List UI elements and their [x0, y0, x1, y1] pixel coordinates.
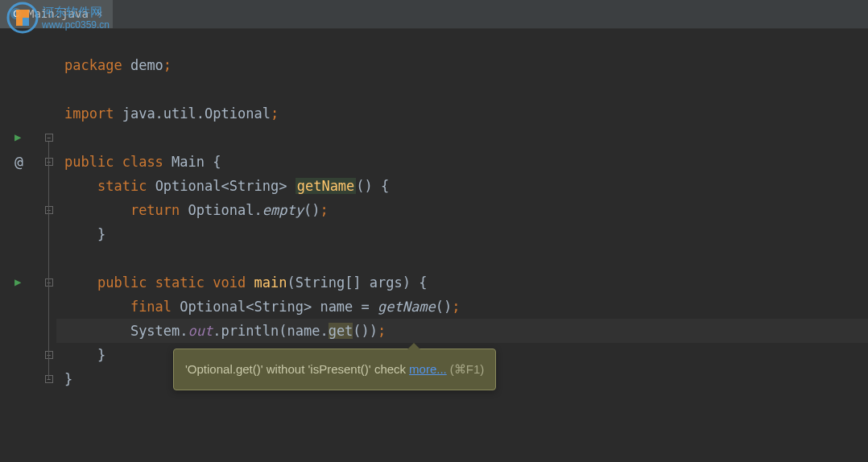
code-line-7: return Optional.empty(); [56, 198, 868, 222]
run-icon[interactable]: ▶ [14, 130, 21, 143]
context-icon[interactable]: @ [14, 153, 23, 170]
svg-text:C: C [13, 10, 19, 19]
fold-line [48, 142, 49, 379]
code-line-2 [56, 77, 868, 101]
tooltip-more-link[interactable]: more... [409, 357, 447, 382]
fold-icon[interactable]: − [45, 375, 53, 383]
tab-bar: C Main.java × [0, 0, 868, 29]
code-line-11: final Optional<String> name = getName(); [56, 295, 868, 319]
code-line-12: System.out.println(name.get()); [56, 319, 868, 343]
run-icon[interactable]: ▶ [14, 275, 21, 288]
file-tab[interactable]: C Main.java × [0, 0, 113, 28]
tooltip-message: 'Optional.get()' without 'isPresent()' c… [185, 357, 406, 382]
code-line-4 [56, 126, 868, 150]
inspection-tooltip: 'Optional.get()' without 'isPresent()' c… [173, 349, 496, 390]
fold-icon[interactable]: − [45, 206, 53, 214]
code-line-5: public class Main { [56, 150, 868, 174]
tooltip-shortcut: (⌘F1) [450, 357, 485, 382]
code-line-6: static Optional<String> getName() { [56, 174, 868, 198]
editor: ▶ @ ▶ − − − − − − package demo; import j… [0, 29, 868, 462]
fold-icon[interactable]: − [45, 351, 53, 359]
fold-icon[interactable]: − [45, 278, 53, 287]
code-line-3: import java.util.Optional; [56, 101, 868, 126]
code-line-8: } [56, 222, 868, 246]
code-line-9 [56, 246, 868, 270]
java-class-icon: C [10, 7, 23, 20]
tab-close-button[interactable]: × [97, 7, 103, 19]
code-line-1: package demo; [56, 53, 868, 77]
tab-filename: Main.java [27, 7, 89, 20]
gutter: ▶ @ ▶ − − − − − − [0, 29, 56, 462]
code-area[interactable]: package demo; import java.util.Optional;… [56, 29, 868, 462]
fold-icon[interactable]: − [45, 158, 53, 166]
code-line-10: public static void main(String[] args) { [56, 270, 868, 295]
fold-icon[interactable]: − [45, 134, 53, 142]
